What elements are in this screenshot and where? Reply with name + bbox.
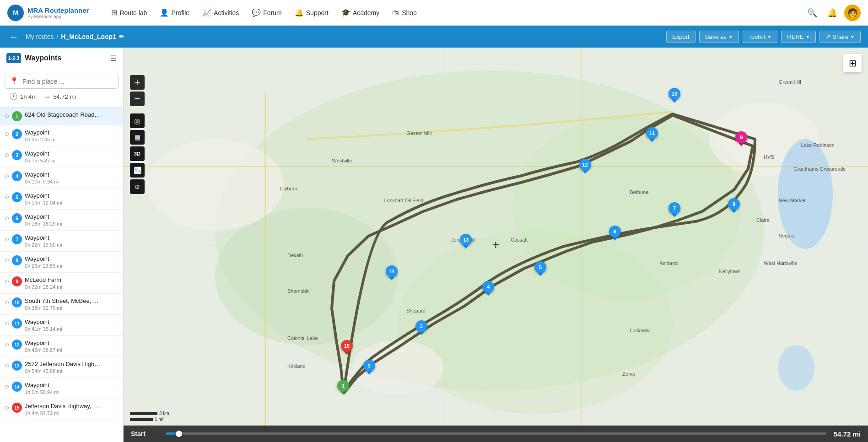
waypoint-item-12[interactable]: ⊙ 12 Waypoint 0h 45m 38.87 mi [0,336,123,357]
zoom-out-button[interactable]: − [130,92,145,106]
logo[interactable]: M MRA Routeplanner By MyRoute.app [7,5,89,21]
map-area[interactable]: Gaston MillWestvilleClyburnLockhart Oil … [124,48,868,442]
3d-button[interactable]: 3D [130,146,145,161]
wp-content-7: Waypoint 0h 22m 19.90 mi [22,234,119,248]
pin-bubble-10: 10 [669,88,680,100]
here-button[interactable]: HERE ▼ [781,31,816,43]
waypoint-item-6[interactable]: ⊙ 6 Waypoint 0h 18m 16.29 mi [0,210,123,231]
map-pin-1[interactable]: 1 [337,380,349,395]
wp-expand-2[interactable]: ⊙ [5,131,9,137]
my-routes-link[interactable]: My routes [26,33,54,40]
waypoint-item-11[interactable]: ⊙ 11 Waypoint 0h 41m 35.14 mi [0,315,123,336]
waypoint-item-10[interactable]: ⊙ 10 South 7th Street, McBee, SC, 2910..… [0,294,123,315]
wp-meta-8: 0h 26m 23.53 mi [25,263,119,269]
waypoint-item-13[interactable]: ⊙ 13 2572 Jefferson Davis Highway, Ca...… [0,357,123,378]
map-pin-10[interactable]: 10 [669,88,680,103]
notification-button[interactable]: 🔔 [824,5,841,21]
elevation-button[interactable]: 📉 [130,163,145,178]
map-pin-7[interactable]: 7 [669,202,680,217]
wp-expand-8[interactable]: ⊙ [5,257,9,264]
map-controls: + − ◎ ▦ 3D 📉 ⊕ [130,75,145,194]
zoom-in-button[interactable]: + [130,75,145,90]
search-button[interactable]: 🔍 [804,5,820,21]
nav-item-routelab[interactable]: ⊞ Route lab [106,5,152,20]
wp-expand-11[interactable]: ⊙ [5,320,9,327]
waypoint-item-2[interactable]: ⊙ 2 Waypoint 0h 3m 2.45 mi [0,125,123,146]
user-avatar[interactable]: 🧑 [844,5,861,21]
scale-mi-line [130,418,153,421]
wp-expand-13[interactable]: ⊙ [5,362,9,369]
locate-button[interactable]: ◎ [130,113,145,128]
pin-tail-5 [538,273,543,276]
wp-expand-12[interactable]: ⊙ [5,341,9,348]
nav-item-forum[interactable]: 💬 Forum [246,5,287,20]
map-pin-14[interactable]: 14 [386,265,398,280]
waypoint-item-14[interactable]: ⊙ 14 Waypoint 1h 0m 50.94 mi [0,378,123,399]
wp-marker-14: 14 [12,382,22,392]
map-pin-12[interactable]: 12 [579,159,591,174]
map-pin-3[interactable]: 3 [415,320,427,335]
here-caret: ▼ [805,34,810,39]
map-pin-2[interactable]: 2 [363,360,375,375]
save-as-button[interactable]: Save as ▼ [699,31,739,43]
waypoint-item-9[interactable]: ⊙ 9 McLeod Farm 0h 32m 28.24 mi [0,273,123,294]
map-pin-9[interactable]: 9 [735,131,747,146]
export-button[interactable]: Export [666,31,695,43]
logo-icon: M [7,5,24,21]
wp-name-14: Waypoint [25,382,102,388]
wp-marker-12: 12 [12,340,22,350]
map-pin-11[interactable]: 11 [646,127,658,142]
waypoint-item-1[interactable]: ⊙ 1 624 Old Stagecoach Road, Norris ... [0,108,123,125]
wp-name-2: Waypoint [25,129,102,136]
nav-item-support[interactable]: 🔔 Support [289,5,334,20]
wp-content-10: South 7th Street, McBee, SC, 2910... 0h … [22,297,119,311]
3d-label: 3D [134,151,140,156]
nav-item-academy[interactable]: 🎓 Academy [336,5,385,20]
wp-expand-9[interactable]: ⊙ [5,278,9,285]
map-pin-13[interactable]: 13 [460,234,472,249]
pin-bubble-3: 3 [415,320,427,332]
nav-item-shop[interactable]: 🛍 Shop [387,6,422,20]
duration-value: 1h 4m [20,93,37,100]
waypoint-item-15[interactable]: ⊙ 15 Jefferson Davis Highway, Cassatt...… [0,399,123,420]
edit-route-name-icon[interactable]: ✏ [119,33,124,40]
wp-expand-7[interactable]: ⊙ [5,236,9,243]
map-pin-8[interactable]: 8 [728,198,740,213]
wp-expand-10[interactable]: ⊙ [5,299,9,306]
layers-button[interactable]: ⊞ [843,54,862,72]
share-button[interactable]: ↗ Share ▼ [819,31,861,43]
wp-meta-15: 1h 4m 54.72 mi [25,410,119,416]
scale-km-line [130,412,157,415]
wp-expand-4[interactable]: ⊙ [5,173,9,179]
waypoint-item-7[interactable]: ⊙ 7 Waypoint 0h 22m 19.90 mi [0,231,123,252]
wp-meta-13: 0h 54m 45.88 mi [25,368,119,374]
waypoint-item-8[interactable]: ⊙ 8 Waypoint 0h 26m 23.53 mi [0,252,123,273]
compass-button[interactable]: ⊕ [130,179,145,194]
progress-track[interactable] [166,432,826,435]
academy-icon: 🎓 [341,8,350,17]
sidebar-menu-icon[interactable]: ☰ [110,54,117,63]
wp-expand-15[interactable]: ⊙ [5,404,9,411]
back-button[interactable]: ← [7,30,20,43]
nav-right: 🔍 🔔 🧑 [804,5,861,21]
pin-tail-2 [367,371,372,375]
wp-expand-5[interactable]: ⊙ [5,194,9,200]
search-input[interactable] [22,78,113,85]
route-button[interactable]: ▦ [130,130,145,145]
nav-item-profile[interactable]: 👤 Profile [154,5,195,20]
map-pin-5[interactable]: 5 [534,261,546,276]
map-pin-15[interactable]: 15 [341,340,353,355]
waypoint-item-3[interactable]: ⊙ 3 Waypoint 0h 7m 5.87 mi [0,146,123,167]
map-pin-6[interactable]: 6 [609,226,621,241]
wp-expand-14[interactable]: ⊙ [5,383,9,390]
wp-name-10: South 7th Street, McBee, SC, 2910... [25,297,102,304]
nav-item-activities[interactable]: 📈 Activities [197,5,244,20]
map-pin-4[interactable]: 4 [482,281,494,296]
toolkit-button[interactable]: Toolkit ▼ [743,31,778,43]
pin-bubble-14: 14 [386,265,398,277]
wp-expand-6[interactable]: ⊙ [5,215,9,221]
wp-expand-1[interactable]: ⊙ [5,113,9,119]
waypoint-item-5[interactable]: ⊙ 5 Waypoint 0h 13m 12.04 mi [0,189,123,210]
wp-expand-3[interactable]: ⊙ [5,152,9,158]
waypoint-item-4[interactable]: ⊙ 4 Waypoint 0h 10m 9.34 mi [0,167,123,189]
